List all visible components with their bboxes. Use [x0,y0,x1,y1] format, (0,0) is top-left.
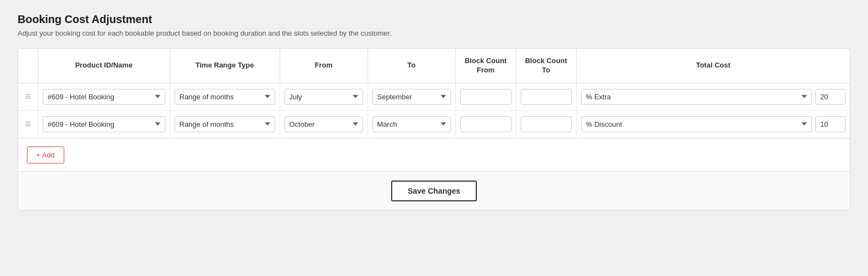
footer-section: Save Changes [18,171,850,210]
table-row: ≡#609 - Hotel BookingRange of monthsRang… [18,110,850,138]
cost-value-input[interactable] [815,116,845,132]
product-cell: #609 - Hotel Booking [38,110,170,138]
from-select[interactable]: JanuaryFebruaryMarchAprilMayJuneJulyAugu… [285,116,363,132]
block-count-from-cell [455,83,516,110]
table-row: ≡#609 - Hotel BookingRange of monthsRang… [18,83,850,110]
col-header-time-range-type: Time Range Type [170,49,280,83]
main-card: Product ID/Name Time Range Type From To … [18,48,850,211]
drag-handle[interactable]: ≡ [18,83,38,110]
to-cell: JanuaryFebruaryMarchAprilMayJuneJulyAugu… [368,83,455,110]
page-title: Booking Cost Adjustment [18,13,850,26]
col-header-drag [18,49,38,83]
block-count-from-input[interactable] [460,89,511,105]
block-count-from-cell [455,110,516,138]
to-cell: JanuaryFebruaryMarchAprilMayJuneJulyAugu… [368,110,455,138]
cost-value-input[interactable] [815,89,845,105]
from-cell: JanuaryFebruaryMarchAprilMayJuneJulyAugu… [280,110,368,138]
block-count-to-input[interactable] [521,116,572,132]
drag-handle[interactable]: ≡ [18,110,38,138]
booking-cost-table: Product ID/Name Time Range Type From To … [18,49,850,138]
time-range-type-select[interactable]: Range of monthsRange of daysRange of hou… [175,116,275,132]
from-select[interactable]: JanuaryFebruaryMarchAprilMayJuneJulyAugu… [285,89,363,105]
time-range-type-select[interactable]: Range of monthsRange of daysRange of hou… [175,89,275,105]
time-range-type-cell: Range of monthsRange of daysRange of hou… [170,83,280,110]
col-header-to: To [368,49,455,83]
total-cost-cell: % Extra% DiscountFixed ExtraFixed Discou… [576,110,850,138]
product-select[interactable]: #609 - Hotel Booking [43,116,165,132]
product-cell: #609 - Hotel Booking [38,83,170,110]
block-count-from-input[interactable] [460,116,511,132]
block-count-to-cell [516,83,576,110]
page-wrapper: Booking Cost Adjustment Adjust your book… [0,0,868,276]
col-header-total-cost: Total Cost [576,49,850,83]
block-count-to-input[interactable] [521,89,572,105]
col-header-from: From [280,49,368,83]
cost-type-select[interactable]: % Extra% DiscountFixed ExtraFixed Discou… [581,89,813,105]
to-select[interactable]: JanuaryFebruaryMarchAprilMayJuneJulyAugu… [372,89,451,105]
col-header-block-count-to: Block Count To [516,49,576,83]
time-range-type-cell: Range of monthsRange of daysRange of hou… [170,110,280,138]
add-button[interactable]: + Add [27,147,64,164]
page-subtitle: Adjust your booking cost for each bookab… [18,29,850,37]
product-select[interactable]: #609 - Hotel Booking [43,89,165,105]
save-changes-button[interactable]: Save Changes [391,181,477,201]
col-header-product: Product ID/Name [38,49,170,83]
cost-type-select[interactable]: % Extra% DiscountFixed ExtraFixed Discou… [581,116,813,132]
block-count-to-cell [516,110,576,138]
to-select[interactable]: JanuaryFebruaryMarchAprilMayJuneJulyAugu… [372,116,451,132]
from-cell: JanuaryFebruaryMarchAprilMayJuneJulyAugu… [280,83,368,110]
add-section: + Add [18,138,850,171]
col-header-block-count-from: Block Count From [455,49,516,83]
total-cost-cell: % Extra% DiscountFixed ExtraFixed Discou… [576,83,850,110]
